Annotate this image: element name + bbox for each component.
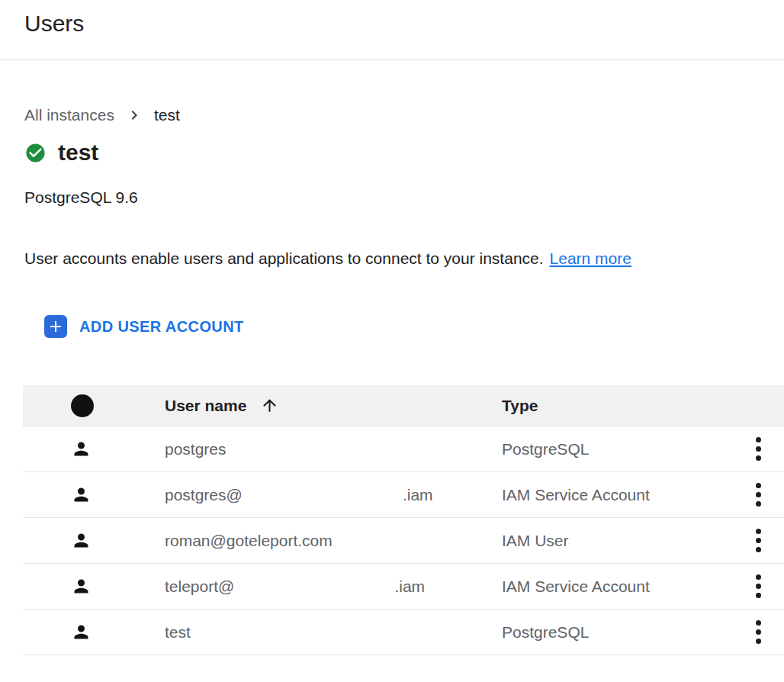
user-avatar-cell [23,530,165,551]
users-page: Users All instances test test PostgreSQL… [0,0,784,682]
user-type-text: IAM Service Account [502,486,650,503]
column-header-user-name[interactable]: User name [165,396,502,415]
add-user-account-button[interactable]: ADD USER ACCOUNT [44,315,244,338]
check-circle-icon [24,142,47,164]
avatar-column-header [23,394,165,417]
row-actions-cell [746,478,784,512]
user-name-cell: test [165,623,502,642]
user-type-cell: IAM Service Account [502,486,746,504]
user-avatar-cell [23,576,165,597]
table-header: User name Type [23,385,784,426]
description: User accounts enable users and applicati… [24,249,784,268]
row-actions-cell [746,616,784,649]
user-name-text: teleport@ [165,577,234,596]
table-row: teleport@.iam IAM Service Account [23,564,784,610]
user-type-text: PostgreSQL [502,623,589,641]
breadcrumb: All instances test [24,106,784,124]
user-name-cell: postgres@.iam [165,486,502,504]
user-name-cell: roman@goteleport.com [165,532,502,550]
user-type-cell: PostgreSQL [502,440,746,458]
user-type-text: PostgreSQL [502,440,589,458]
person-icon [71,622,92,642]
person-icon [71,439,92,459]
table-row: postgres@.iam IAM Service Account [23,472,784,518]
user-name-text: roman@goteleport.com [165,532,333,550]
arrow-upward-icon[interactable] [260,396,279,415]
add-user-label: ADD USER ACCOUNT [79,318,244,336]
chevron-right-icon [125,106,143,124]
user-name-text: postgres@ [165,486,243,504]
table-row: roman@goteleport.com IAM User [23,518,784,564]
plus-icon [44,315,67,338]
user-avatar-cell [23,439,165,459]
users-table: User name Type postgres PostgreSQL [23,385,784,655]
user-avatar-cell [23,622,165,642]
page-title: Users [24,9,784,38]
user-name-cell: postgres [165,440,502,458]
user-avatar-cell [23,484,165,505]
user-type-cell: PostgreSQL [502,623,746,642]
person-icon [71,484,92,505]
description-text: User accounts enable users and applicati… [24,249,544,267]
user-type-cell: IAM Service Account [502,577,746,596]
user-name-text: postgres [165,440,227,458]
user-name-cell: teleport@.iam [165,577,502,596]
instance-name: test [58,140,98,166]
person-icon [71,530,92,551]
more-vert-icon[interactable] [746,524,770,558]
filled-circle-icon [71,394,94,417]
breadcrumb-all-instances[interactable]: All instances [24,106,114,124]
user-name-column-label: User name [165,397,246,415]
learn-more-link[interactable]: Learn more [550,249,631,267]
user-name-suffix: .iam [403,486,433,504]
user-name-text: test [165,623,191,642]
more-vert-icon[interactable] [746,433,770,466]
user-name-suffix: .iam [394,577,425,596]
more-vert-icon[interactable] [746,478,770,512]
type-column-label: Type [502,397,538,414]
page-header: Users [0,0,784,60]
row-actions-cell [746,524,784,558]
more-vert-icon[interactable] [746,616,770,649]
instance-version: PostgreSQL 9.6 [24,188,784,207]
user-type-cell: IAM User [502,532,746,550]
more-vert-icon[interactable] [746,570,770,603]
content: All instances test test PostgreSQL 9.6 U… [0,106,784,655]
user-type-text: IAM User [502,532,569,549]
table-row: postgres PostgreSQL [23,426,784,472]
table-row: test PostgreSQL [23,610,784,655]
instance-heading: test [24,140,784,166]
user-type-text: IAM Service Account [502,577,650,595]
table-body: postgres PostgreSQL postgres@.iam IAM Se… [23,426,784,655]
row-actions-cell [746,433,784,466]
breadcrumb-current: test [154,106,180,124]
row-actions-cell [746,570,784,603]
person-icon [71,576,92,597]
column-header-type[interactable]: Type [502,397,746,415]
